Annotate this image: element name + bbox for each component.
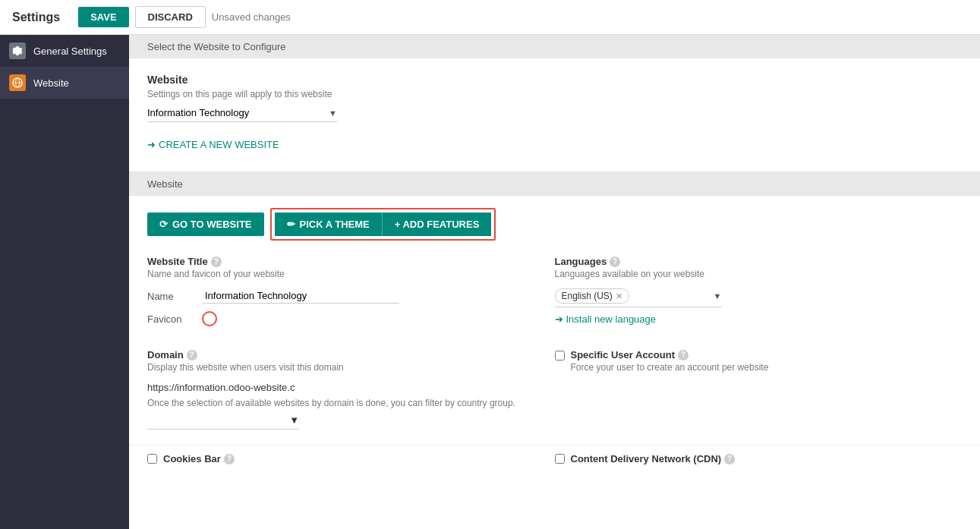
sidebar-item-website-label: Website	[33, 77, 69, 89]
save-button[interactable]: SAVE	[78, 7, 128, 27]
website-name-input[interactable]	[202, 288, 399, 304]
cdn-item: Content Delivery Network (CDN) ?	[555, 453, 963, 464]
languages-description: Languages available on your website	[555, 269, 932, 279]
bottom-fields: Cookies Bar ? Content Delivery Network (…	[129, 445, 980, 472]
languages-help-icon[interactable]: ?	[610, 257, 620, 267]
domain-help-icon[interactable]: ?	[187, 350, 197, 361]
languages-label: Languages ?	[555, 256, 932, 267]
website-section-header: Website	[129, 172, 980, 196]
country-group-dropdown[interactable]: ▼	[147, 414, 299, 430]
website-title-help-icon[interactable]: ?	[211, 257, 222, 267]
english-us-tag: English (US) ✕	[555, 288, 629, 304]
website-selector-block: Website Settings on this page will apply…	[147, 74, 962, 150]
action-buttons-row: ⟳ GO TO WEBSITE ✏ PICK A THEME + ADD FEA…	[129, 196, 980, 256]
arrow-right-icon: ➜	[147, 139, 156, 150]
create-new-website-link[interactable]: ➜ CREATE A NEW WEBSITE	[147, 139, 279, 150]
theme-features-group: ✏ PICK A THEME + ADD FEATURES	[270, 208, 496, 241]
fields-grid: Website Title ? Name and favicon of your…	[129, 256, 980, 445]
domain-filter-desc: Once the selection of available websites…	[147, 398, 525, 408]
domain-url-value: https://information.odoo-website.c	[147, 382, 525, 393]
main-layout: General Settings Website Select the Webs…	[0, 35, 980, 529]
website-field-label: Website	[147, 74, 962, 86]
languages-block: Languages ? Languages available on your …	[555, 256, 963, 349]
dropdown-arrow-icon: ▼	[329, 109, 337, 118]
website-dropdown[interactable]: ▼	[147, 107, 337, 122]
install-new-language-link[interactable]: ➜ Install new language	[555, 313, 657, 325]
gear-icon	[9, 43, 26, 59]
website-field-description: Settings on this page will apply to this…	[147, 89, 962, 99]
domain-description: Display this website when users visit th…	[147, 362, 525, 373]
cdn-help-icon[interactable]: ?	[724, 454, 735, 464]
page-title: Settings	[12, 11, 60, 24]
domain-block: Domain ? Display this website when users…	[147, 349, 555, 445]
cookies-bar-checkbox[interactable]	[147, 454, 157, 464]
specific-user-description: Force your user to create an account per…	[571, 362, 769, 373]
refresh-icon: ⟳	[159, 219, 168, 230]
remove-language-button[interactable]: ✕	[616, 291, 622, 301]
select-website-content: Website Settings on this page will apply…	[129, 58, 980, 172]
languages-dropdown-arrow[interactable]: ▼	[714, 291, 722, 301]
cookies-bar-item: Cookies Bar ?	[147, 453, 555, 464]
sidebar-item-website[interactable]: Website	[0, 67, 129, 99]
cookies-help-icon[interactable]: ?	[224, 454, 235, 464]
domain-label: Domain ?	[147, 349, 525, 361]
specific-user-checkbox-row: Specific User Account ? Force your user …	[555, 349, 932, 382]
cookies-bar-label: Cookies Bar ?	[163, 453, 235, 464]
add-features-button[interactable]: + ADD FEATURES	[382, 213, 492, 236]
specific-user-label: Specific User Account ?	[571, 349, 769, 361]
country-dropdown-arrow: ▼	[289, 414, 299, 426]
website-title-description: Name and favicon of your website	[147, 269, 525, 279]
specific-user-help-icon[interactable]: ?	[678, 350, 689, 361]
select-website-header: Select the Website to Configure	[129, 35, 980, 58]
arrow-right-icon-lang: ➜	[555, 313, 563, 325]
cdn-label: Content Delivery Network (CDN) ?	[571, 453, 736, 464]
sidebar-item-general-settings-label: General Settings	[33, 46, 107, 57]
name-label: Name	[147, 291, 193, 302]
specific-user-block: Specific User Account ? Force your user …	[555, 349, 963, 445]
name-field-row: Name	[147, 288, 525, 304]
website-title-label: Website Title ?	[147, 256, 525, 267]
website-icon	[9, 74, 26, 91]
languages-input-row: English (US) ✕ ▼	[555, 288, 722, 307]
favicon-field-row: Favicon	[147, 311, 525, 326]
sidebar-item-general-settings[interactable]: General Settings	[0, 35, 129, 67]
unsaved-changes-label: Unsaved changes	[212, 11, 291, 23]
go-to-website-button[interactable]: ⟳ GO TO WEBSITE	[147, 213, 264, 236]
website-title-block: Website Title ? Name and favicon of your…	[147, 256, 555, 349]
sidebar: General Settings Website	[0, 35, 129, 529]
favicon-icon[interactable]	[202, 311, 217, 326]
specific-user-checkbox[interactable]	[555, 351, 565, 361]
favicon-label: Favicon	[147, 313, 193, 325]
discard-button[interactable]: DISCARD	[135, 6, 206, 28]
main-content: Select the Website to Configure Website …	[129, 35, 980, 529]
pick-theme-button[interactable]: ✏ PICK A THEME	[275, 213, 382, 236]
cdn-checkbox[interactable]	[555, 454, 565, 464]
top-bar: Settings SAVE DISCARD Unsaved changes	[0, 0, 980, 35]
website-input[interactable]	[147, 107, 299, 118]
pencil-icon: ✏	[287, 219, 295, 230]
